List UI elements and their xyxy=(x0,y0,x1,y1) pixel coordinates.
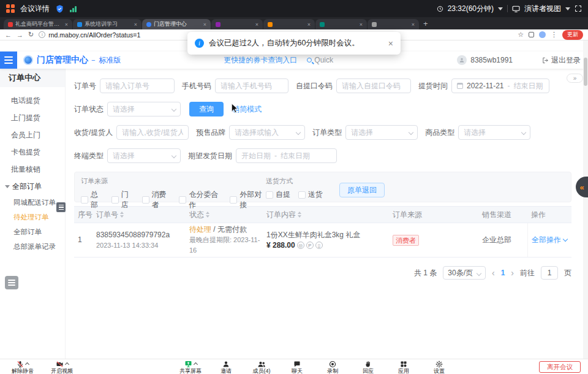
query-button[interactable]: 查询 xyxy=(189,102,224,116)
tab-close-icon[interactable]: × xyxy=(307,21,311,28)
sidebar-item-member-visit[interactable]: 会员上门 xyxy=(0,126,65,143)
chat-button[interactable]: 聊天 xyxy=(279,360,315,374)
pickup-date-range[interactable]: 2022-11-21 - 结束日期 xyxy=(451,78,549,93)
new-tab-button[interactable]: + xyxy=(423,19,428,28)
browser-menu-icon[interactable]: ⋮ xyxy=(551,31,557,39)
order-status-select[interactable]: 请选择 xyxy=(107,102,181,116)
order-no-input[interactable] xyxy=(100,78,175,93)
phone-input[interactable] xyxy=(215,78,288,93)
all-actions-dropdown[interactable]: 全部操作 xyxy=(532,235,561,245)
extensions-icon[interactable] xyxy=(529,32,534,37)
checkbox-source-warehouse[interactable]: 仓分委合作 xyxy=(179,189,222,210)
order-type-select[interactable]: 请选择 xyxy=(345,125,418,140)
col-content[interactable]: 订单内容 xyxy=(263,210,389,220)
forward-icon[interactable]: → xyxy=(17,31,23,39)
goto-page-input[interactable] xyxy=(541,266,558,280)
logout-button[interactable]: 退出登录 xyxy=(542,55,581,66)
network-signal-icon[interactable] xyxy=(70,6,77,12)
browser-tab-4[interactable]: × xyxy=(211,19,263,29)
prev-page-button[interactable]: ‹ xyxy=(492,268,495,278)
pickup-code-input[interactable] xyxy=(336,78,411,93)
current-page[interactable]: 1 xyxy=(501,269,505,277)
settings-button[interactable]: 设置 xyxy=(421,360,457,374)
browser-profile-avatar[interactable] xyxy=(539,31,546,38)
chrome-update-button[interactable]: 更新 xyxy=(562,30,583,40)
checkbox-source-hq[interactable]: 总部 xyxy=(81,189,104,210)
site-info-icon[interactable]: i xyxy=(39,31,45,38)
page-size-select[interactable]: 30条/页 xyxy=(443,266,486,280)
sort-icon[interactable] xyxy=(120,210,124,219)
bookmark-star-icon[interactable]: ☆ xyxy=(518,31,524,39)
sidebar-item-card-pickup[interactable]: 卡包提货 xyxy=(0,143,65,161)
view-mode-label[interactable]: 演讲者视图 xyxy=(524,4,561,14)
invite-button[interactable]: 邀请 xyxy=(208,360,244,374)
tab-close-icon[interactable]: × xyxy=(412,21,415,28)
sidebar-item-door-pickup[interactable]: 上门提货 xyxy=(0,109,65,126)
presale-brand-select[interactable]: 请选择或输入 xyxy=(229,125,305,140)
timer-dropdown-icon[interactable] xyxy=(498,7,503,10)
share-screen-button[interactable]: 共享屏幕 xyxy=(173,360,208,374)
tab-close-icon[interactable]: × xyxy=(255,21,258,28)
quick-card-query-link[interactable]: 更快捷的券卡查询入口 xyxy=(224,55,297,66)
tab-close-icon[interactable]: × xyxy=(360,21,363,28)
tab-close-icon[interactable]: × xyxy=(134,21,137,28)
record-button[interactable]: 录制 xyxy=(315,360,350,374)
checkbox-self-pickup[interactable]: 自提 xyxy=(266,189,290,200)
toast-close-icon[interactable]: × xyxy=(388,39,393,48)
share-options-caret[interactable] xyxy=(193,362,197,367)
reload-icon[interactable]: ↻ xyxy=(28,31,34,39)
react-button[interactable]: 回应 xyxy=(350,360,386,374)
tab-close-icon[interactable]: × xyxy=(203,21,206,28)
col-order-no[interactable]: 订单号 xyxy=(92,210,186,220)
mic-options-caret[interactable] xyxy=(25,362,29,367)
sidebar-item-hq-dispatch-records[interactable]: 总部派单记录 xyxy=(0,239,65,254)
terminal-type-select[interactable]: 请选择 xyxy=(107,148,181,163)
video-button[interactable]: 开启视频 xyxy=(44,360,80,374)
scrollbar-thumb[interactable] xyxy=(584,58,587,86)
user-avatar[interactable] xyxy=(457,55,467,65)
quick-search[interactable]: Quick xyxy=(307,56,333,64)
sidebar-item-all-orders[interactable]: 全部订单 xyxy=(0,224,65,239)
floating-menu-icon[interactable] xyxy=(5,276,18,289)
video-options-caret[interactable] xyxy=(64,362,69,367)
sidebar-item-phone-pickup[interactable]: 电话提货 xyxy=(0,92,65,109)
checkbox-source-external[interactable]: 外部对接 xyxy=(230,189,266,210)
browser-tab-3-active[interactable]: 门店管理中心 × xyxy=(142,19,211,29)
meeting-details-button[interactable]: 会议详情 xyxy=(20,4,50,14)
members-button[interactable]: 成员(4) xyxy=(244,360,279,374)
sort-icon[interactable] xyxy=(298,210,301,219)
next-page-button[interactable]: › xyxy=(511,268,514,278)
goods-type-select[interactable]: 请选择 xyxy=(458,125,530,140)
collapse-panel-button[interactable]: » xyxy=(567,74,583,83)
browser-tab-1[interactable]: 礼盒商码平台管理中心 × xyxy=(4,19,72,29)
checkbox-source-consumer[interactable]: 消费者 xyxy=(142,189,172,210)
back-icon[interactable]: ← xyxy=(5,31,12,39)
checkbox-delivery[interactable]: 送货 xyxy=(298,189,323,200)
browser-tab-6[interactable]: × xyxy=(315,19,367,29)
browser-tab-5[interactable]: × xyxy=(263,19,315,29)
view-dropdown-icon[interactable] xyxy=(565,7,570,10)
order-type-label: 订单类型 xyxy=(312,128,342,138)
apps-button[interactable]: 应用 xyxy=(386,360,421,374)
expect-ship-date-range[interactable]: 开始日期 - 结束日期 xyxy=(236,148,337,163)
receiver-input[interactable] xyxy=(116,125,189,140)
original-order-return-button[interactable]: 原单退回 xyxy=(339,183,385,197)
checkbox-source-store[interactable]: 门店 xyxy=(111,189,134,210)
fullscreen-icon[interactable] xyxy=(575,5,582,12)
page-scrollbar[interactable] xyxy=(583,40,588,359)
hamburger-menu-button[interactable] xyxy=(0,52,17,69)
tab-close-icon[interactable]: × xyxy=(65,21,68,28)
security-shield-icon[interactable] xyxy=(55,4,64,13)
mute-button[interactable]: 解除静音 xyxy=(5,360,40,374)
sidebar-item-batch-verify[interactable]: 批量核销 xyxy=(0,161,65,178)
sidebar-item-pending-orders[interactable]: 待处理订单 xyxy=(0,210,65,224)
leave-meeting-button[interactable]: 离开会议 xyxy=(539,361,581,373)
sidebar-item-city-delivery-orders[interactable]: 同城配送订单 xyxy=(0,195,65,210)
browser-tab-7[interactable]: × xyxy=(368,19,419,29)
col-status[interactable]: 状态 xyxy=(186,210,263,220)
cell-actions[interactable]: 全部操作 xyxy=(527,223,571,257)
sort-icon[interactable] xyxy=(206,210,209,219)
sidebar-toggle-icon[interactable] xyxy=(56,202,66,212)
browser-tab-2[interactable]: 系统培训学习 × xyxy=(73,19,141,29)
sidebar-group-all-orders[interactable]: 全部订单 xyxy=(0,178,65,195)
